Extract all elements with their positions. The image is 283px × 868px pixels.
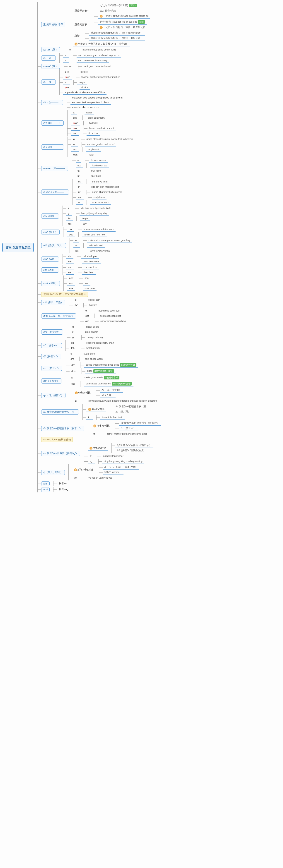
leaf: food moon too [90, 163, 109, 168]
leaf: buy [81, 222, 88, 226]
leaf: bird girl skirt first dirty skirt [89, 185, 120, 189]
tag-yfe: 元辅e [129, 4, 137, 7]
node-long-er[interactable]: /ə:/=/ɜ:/（俄———） [41, 189, 69, 195]
leaf-key: ir: [76, 185, 82, 189]
node-j[interactable]: /j/（爷儿、耶儿） [41, 470, 65, 475]
leaf: do who whose [89, 158, 108, 162]
leaf: seats goats coatsts发这个音'ci' [83, 375, 121, 380]
node-schwa[interactable]: /ə/（俄） [41, 80, 56, 85]
leaf: kite bike nice tiger write knife [79, 206, 113, 210]
node-en[interactable]: /en/ [41, 481, 49, 486]
leaf-key: ch: [69, 341, 76, 345]
node-eth[interactable]: /ð/ 发音为/z/轻咬住舌头（拼音'zi'） [41, 426, 84, 431]
leaf: deer beer [82, 270, 95, 275]
node-dz[interactable]: /dz/（拼音'zi'） [41, 366, 62, 371]
leaf-key: aw: [71, 116, 79, 120]
node-short-o[interactable]: /ɔ/=/ɒ/（凹） [41, 47, 60, 52]
leaf-key: ai: [74, 243, 80, 248]
leaf-key: air: [66, 254, 74, 258]
node-summary[interactable]: 总结 [73, 33, 81, 38]
node-close[interactable]: 重读闭音节= [73, 22, 90, 27]
leaf: sing hang song king reading running [102, 459, 144, 463]
node-ea[interactable]: /eə/（A尔） [41, 256, 59, 262]
leaf-key: u: [63, 53, 69, 58]
node-ch[interactable]: /tʃ/（拼音'ch'） [41, 343, 62, 348]
node-long-a[interactable]: /ɑ:/（阿———） [41, 145, 64, 150]
node-theta[interactable]: /θ/ 发音为/s/轻咬住舌头（丝） [41, 409, 79, 414]
root-node[interactable]: 音标_发音常见类型 [2, 243, 34, 252]
node-short-u[interactable]: /u/=/ʊ/（屋） [41, 64, 60, 69]
leaf-key: ts: [69, 376, 75, 380]
node-open[interactable]: 重读开音节= [73, 8, 90, 13]
leaf: 重读闭音节元音发音标音，（重闭一般短元音） [89, 36, 145, 41]
node-ts[interactable]: /ts/（拼音'ci'） [41, 378, 61, 383]
leaf: teacher brother dinner father mother [80, 75, 121, 79]
leaf: show window snow bowl [98, 319, 128, 323]
leaf: doctor [80, 85, 90, 90]
leaf-key: o: [63, 58, 69, 63]
leaf: 1（元音）发名称音:rape bate kite abuse be [98, 14, 150, 19]
leaf: son come color love money [77, 58, 109, 63]
leaf-key: ear: [66, 265, 74, 270]
leaf-key: n: [88, 454, 93, 458]
leaf-key: ur: [76, 190, 83, 194]
leaf: ridesdes中间的e不发音 [85, 369, 116, 374]
leaf: /r/（入耳） [100, 393, 116, 398]
node-long-o[interactable]: /ɔ:/（凹———） [41, 120, 64, 126]
leaf-key: th: [86, 415, 93, 420]
leaf: rain train wait [87, 243, 105, 248]
leaf: fox coffee dog shop doctor long [81, 48, 117, 52]
leaf-key: u: [76, 174, 81, 178]
leaf-key: ear: [66, 259, 74, 264]
leaf-key: yo: [72, 476, 79, 480]
leaf-key: ui: [76, 169, 82, 173]
node-contrast: 1/ð/和/z/对比 [91, 423, 111, 428]
leaf-key: ★or: [71, 126, 80, 131]
leaf: 重读开音节元音发名称音，（重开就是名称音） [89, 31, 145, 35]
node-ia[interactable]: /iə/（衣尔） [41, 267, 59, 273]
leaf: watch match [85, 346, 102, 350]
node-caret[interactable]: /ʌ/（阿） [41, 56, 56, 61]
leaf-key: ng: [88, 459, 95, 463]
node-long-u[interactable]: u:/=/ʊ:/（屋———） [41, 166, 68, 171]
node-ua[interactable]: /ʊə/（屋尔） [41, 281, 60, 286]
callout-note-1: 这里的'/i/'不发'衣'，发'爱'或'/i/'的名称音 [41, 291, 88, 297]
leaf-key: ure: [67, 286, 75, 291]
mindmap-root-row: 音标_发音常见类型 重读开（闭）音节 重读开音节= eg1_元音+辅音+e(不发… [2, 2, 281, 492]
leaf: 元音+辅音：rap bat rop kit bus egg元辅 [98, 20, 147, 25]
node-sh[interactable]: /ʃ/（拼音'sh'） [41, 354, 61, 359]
badge-1: 1 [89, 447, 92, 450]
node-syllable[interactable]: 重读开（闭）音节 [41, 22, 65, 27]
callout-note-2: /n/:en、/ŋ/:eng或ing或ng [41, 437, 73, 442]
leaf: nose rose poen over [97, 309, 122, 313]
leaf: ear hear tear [82, 265, 99, 270]
leaf: look good book foot wood [82, 64, 113, 68]
leaf-key: a: [71, 111, 77, 115]
leaf: tour [83, 281, 90, 285]
leaf-key: j: [70, 330, 76, 334]
node-ou[interactable]: /əʊ/（二五、欧、拼音'ou'） [41, 313, 76, 318]
node-au[interactable]: /aʊ/（阿五） [41, 229, 60, 235]
leaf: fruit juice [89, 169, 103, 173]
leaf-key: ay: [74, 249, 80, 253]
leaf-key: ar: [63, 80, 70, 85]
node-ng[interactable]: /ŋ/ 发音为/n/后鼻音（拼音'ng'） [41, 451, 80, 456]
node-ai[interactable]: /aɪ/（阿衣） [41, 214, 59, 219]
tag-yf: 元辅 [138, 20, 145, 24]
leaf: television usually Asia measure garage u… [86, 399, 159, 403]
node-dzh[interactable]: /dʒ/（拼音'zh'） [41, 330, 63, 335]
tag-des: des中间的e不发音 [93, 369, 114, 373]
node-long-i[interactable]: /i:/（衣———） [41, 100, 63, 105]
node-oi[interactable]: /ɔi/（凹A、凹爱） [41, 300, 65, 305]
node-contrast: 1/ʒ/和/r/对比 [73, 390, 92, 395]
leaf: /s/（丝、死） [114, 409, 132, 414]
leaf: teacher peach cherry chair [84, 341, 116, 345]
node-an[interactable]: /ən/ [41, 487, 50, 492]
leaf-key: oa: [84, 314, 91, 318]
leaf: 1（元音）发音标音（重闭一般发短元音） [98, 25, 150, 30]
node-zh[interactable]: /ʒ/（日、拼音'ri'） [41, 393, 65, 398]
level1-children: 重读开（闭）音节 重读开音节= eg1_元音+辅音+e(不发音)元辅e eg2_… [37, 2, 161, 492]
leaf-key: g: [70, 324, 76, 329]
leaf: a:panda about above camera China [63, 90, 107, 95]
node-ei[interactable]: /ei/（爱以、AI以） [41, 243, 66, 248]
